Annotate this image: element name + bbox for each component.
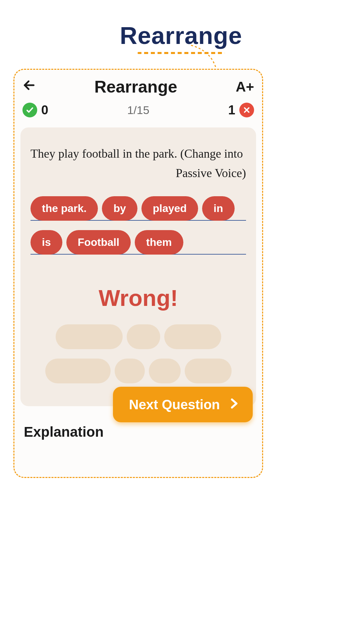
score-row: 0 1/15 1 (14, 97, 262, 117)
x-icon (239, 103, 254, 117)
check-icon (22, 103, 37, 117)
font-size-button[interactable]: A+ (236, 79, 254, 95)
title-underline (137, 52, 225, 54)
chevron-right-icon (228, 396, 240, 413)
question-line1: They play football in the park. (Change … (31, 147, 243, 160)
word-bank (31, 324, 246, 383)
correct-count: 0 (41, 103, 48, 117)
placeholder-row-2 (37, 359, 239, 383)
question-panel: They play football in the park. (Change … (20, 127, 256, 406)
word-chip[interactable]: is (31, 230, 62, 255)
result-text: Wrong! (31, 285, 246, 311)
empty-slot (127, 324, 160, 349)
placeholder-row-1 (37, 324, 239, 349)
answer-chip-area: the park. by played in is Football them (31, 196, 246, 255)
word-chip[interactable]: Football (66, 230, 131, 255)
question-line2: Passive Voice) (31, 164, 246, 183)
empty-slot (149, 359, 181, 383)
page-title: Rearrange (120, 22, 242, 49)
empty-slot (45, 359, 111, 383)
quiz-card: Rearrange A+ 0 1/15 1 They play footba (13, 69, 263, 478)
question-text: They play football in the park. (Change … (31, 144, 246, 183)
card-header: Rearrange A+ (14, 70, 262, 97)
word-chip[interactable]: by (102, 196, 137, 221)
back-icon[interactable] (22, 78, 36, 95)
explanation-label[interactable]: Explanation (24, 424, 104, 440)
empty-slot (185, 359, 232, 383)
card-heading: Rearrange (94, 77, 177, 97)
correct-score: 0 (22, 103, 48, 117)
empty-slot (56, 324, 123, 349)
word-chip[interactable]: in (202, 196, 234, 221)
word-chip[interactable]: played (141, 196, 198, 221)
empty-slot (164, 324, 221, 349)
page-title-wrapper: Rearrange (120, 22, 242, 54)
word-chip[interactable]: them (135, 230, 183, 255)
empty-slot (115, 359, 145, 383)
chip-row-1: the park. by played in (31, 196, 246, 221)
next-button-label: Next Question (129, 397, 220, 412)
next-question-button[interactable]: Next Question (113, 387, 253, 422)
progress-indicator: 1/15 (127, 104, 149, 117)
wrong-score: 1 (228, 103, 254, 117)
wrong-count: 1 (228, 103, 235, 117)
word-chip[interactable]: the park. (31, 196, 98, 221)
chip-row-2: is Football them (31, 230, 246, 255)
